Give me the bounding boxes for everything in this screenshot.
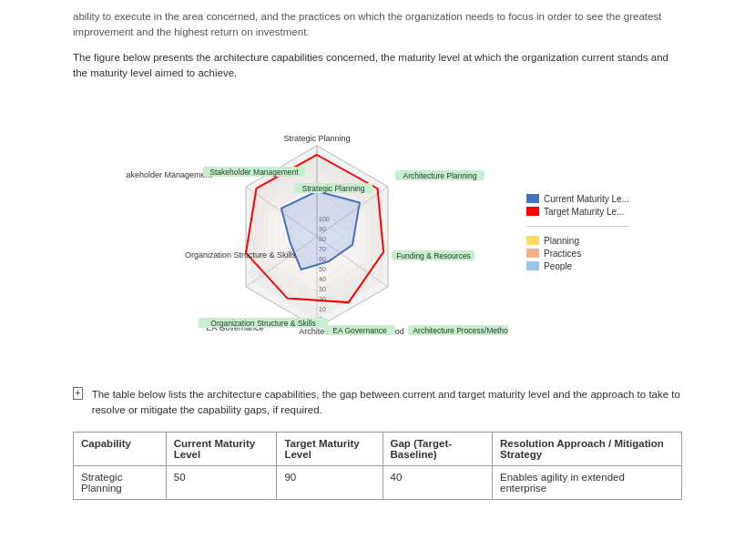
cell-gap: 40 (383, 465, 493, 499)
col-resolution: Resolution Approach / Mitigation Strateg… (493, 432, 682, 465)
svg-text:Organization Structure & Skill: Organization Structure & Skills (185, 250, 297, 260)
cell-current: 50 (166, 465, 277, 499)
legend-current-label: Current Maturity Le... (544, 194, 629, 204)
radar-chart: 0 10 20 30 40 50 60 70 80 90 100 (126, 96, 508, 369)
legend-target: Target Maturity Le... (526, 207, 629, 217)
cell-resolution: Enables agility in extended enterprise (493, 465, 682, 499)
col-gap: Gap (Target-Baseline) (383, 432, 493, 465)
table-header-row: Capability Current Maturity Level Target… (74, 432, 682, 465)
legend-planning: Planning (526, 236, 629, 246)
svg-text:Architecture Process/Method: Architecture Process/Method (413, 326, 508, 335)
svg-text:Strategic Planning: Strategic Planning (302, 184, 365, 193)
target-color (526, 207, 539, 216)
practices-color (526, 249, 539, 258)
svg-text:EA Governance: EA Governance (332, 326, 387, 335)
svg-text:Architecture Planning: Architecture Planning (403, 171, 477, 180)
legend-series: Current Maturity Le... Target Maturity L… (526, 194, 629, 217)
svg-text:Stakeholder Management: Stakeholder Management (126, 170, 212, 179)
legend-current: Current Maturity Le... (526, 194, 629, 204)
current-color (526, 194, 539, 203)
expand-icon[interactable]: + (73, 387, 83, 400)
legend-target-label: Target Maturity Le... (544, 207, 624, 217)
svg-text:Stakeholder Management: Stakeholder Management (209, 168, 299, 177)
legend-wrapper: Current Maturity Le... Target Maturity L… (526, 194, 629, 271)
people-color (526, 261, 539, 270)
cell-capability: Strategic Planning (74, 465, 167, 499)
table-intro: The table below lists the architecture c… (92, 387, 682, 419)
table-section: + The table below lists the architecture… (73, 387, 682, 500)
col-target: Target Maturity Level (277, 432, 383, 465)
legend-planning-label: Planning (544, 236, 579, 246)
svg-text:Strategic Planning: Strategic Planning (284, 134, 351, 143)
svg-text:Organization Structure & Skill: Organization Structure & Skills (210, 319, 315, 328)
capability-table: Capability Current Maturity Level Target… (73, 432, 682, 500)
legend-categories: Planning Practices People (526, 236, 629, 271)
chart-section: 0 10 20 30 40 50 60 70 80 90 100 (73, 96, 682, 369)
col-capability: Capability (74, 432, 167, 465)
page-container: ability to execute in the area concerned… (0, 0, 755, 518)
col-current: Current Maturity Level (166, 432, 277, 465)
legend-practices-label: Practices (544, 249, 581, 259)
legend-people-label: People (544, 261, 572, 271)
cell-target: 90 (277, 465, 383, 499)
svg-text:Funding & Resources: Funding & Resources (396, 251, 471, 260)
table-row: Strategic Planning 50 90 40 Enables agil… (74, 465, 682, 499)
svg-text:10: 10 (319, 306, 326, 312)
figure-desc: The figure below presents the architectu… (73, 50, 682, 82)
planning-color (526, 236, 539, 245)
legend-practices: Practices (526, 249, 629, 259)
legend-people: People (526, 261, 629, 271)
intro-text: ability to execute in the area concerned… (73, 9, 682, 41)
